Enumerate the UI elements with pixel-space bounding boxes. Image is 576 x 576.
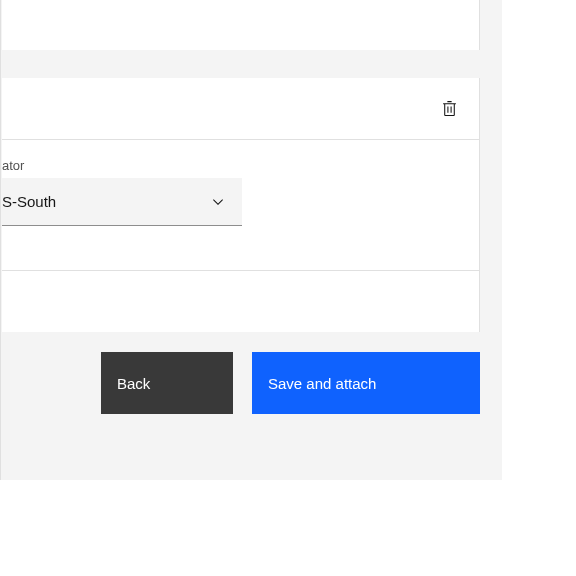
panel-section-mid: ator S-South <box>2 78 480 332</box>
field-label: ator <box>2 158 24 173</box>
trash-icon <box>441 100 458 117</box>
divider <box>2 270 480 271</box>
panel-header <box>2 78 479 140</box>
page-container: ator S-South Back Save and attach <box>0 0 576 576</box>
back-button[interactable]: Back <box>101 352 233 414</box>
select-value: S-South <box>2 193 56 210</box>
chevron-down-icon <box>210 194 226 210</box>
button-row: Back Save and attach <box>101 352 480 414</box>
delete-button[interactable] <box>439 99 459 119</box>
save-attach-button[interactable]: Save and attach <box>252 352 480 414</box>
form-panel: ator S-South Back Save and attach <box>0 0 502 480</box>
panel-section-top <box>2 0 480 50</box>
region-select[interactable]: S-South <box>2 178 242 226</box>
